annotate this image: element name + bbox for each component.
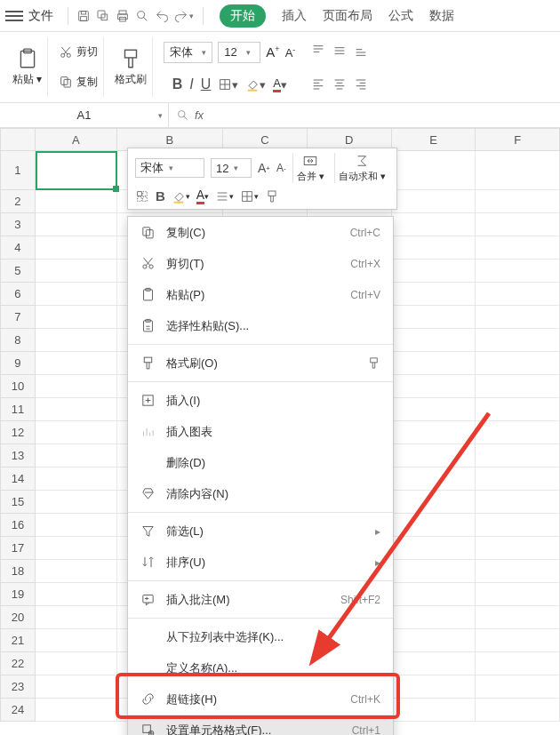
format-painter-button[interactable]: 格式刷 [115,47,147,87]
row-header[interactable]: 1 [0,151,36,190]
name-box[interactable]: A1▾ [0,103,169,128]
cell[interactable] [36,675,117,699]
ctx-from-dropdown[interactable]: 从下拉列表中选择(K)... [128,621,393,652]
fx-search-icon[interactable] [176,108,189,122]
row-header[interactable]: 23 [0,675,36,699]
cell[interactable] [392,583,476,606]
mini-merge-button[interactable]: 合并 ▾ [292,153,328,183]
cell[interactable] [476,213,560,236]
cell[interactable] [392,398,476,421]
ctx-paste-special[interactable]: 选择性粘贴(S)... [128,310,393,341]
cell[interactable] [476,421,560,444]
print-icon[interactable] [113,6,132,26]
cell[interactable] [476,190,560,213]
mini-font-size[interactable]: 12▾ [211,158,252,178]
cell[interactable] [476,675,560,699]
cell[interactable] [476,260,560,283]
cell[interactable] [36,352,117,375]
cell[interactable] [36,583,117,606]
cell[interactable] [392,606,476,629]
bold-button[interactable]: B [172,76,183,92]
cell[interactable] [392,629,476,652]
cell[interactable] [36,151,117,190]
row-header[interactable]: 22 [0,652,36,675]
tab-insert[interactable]: 插入 [282,8,307,24]
cell[interactable] [476,467,560,491]
cell[interactable] [476,491,560,514]
cell[interactable] [392,151,476,190]
cell[interactable] [476,606,560,629]
cell[interactable] [476,236,560,260]
cell[interactable] [476,375,560,398]
cell[interactable] [36,606,117,629]
cell[interactable] [392,699,476,722]
row-header[interactable]: 9 [0,352,36,375]
cell[interactable] [36,699,117,722]
cell[interactable] [476,514,560,537]
mini-font-family[interactable]: 宋体▾ [135,158,204,178]
mini-borders-button[interactable]: ▾ [240,189,259,204]
align-top-icon[interactable] [311,44,325,58]
cell[interactable] [36,537,117,560]
cell[interactable] [392,560,476,583]
cell[interactable] [392,236,476,260]
cell[interactable] [476,151,560,190]
cell[interactable] [392,260,476,283]
font-family-select[interactable]: 宋体▾ [164,42,212,63]
cell[interactable] [36,514,117,537]
align-right-icon[interactable] [354,76,368,91]
cell[interactable] [476,306,560,329]
mini-format-painter-icon[interactable] [265,189,279,204]
ctx-insert[interactable]: 插入(I) [128,385,393,416]
row-header[interactable]: 12 [0,421,36,444]
row-header[interactable]: 17 [0,537,36,560]
row-header[interactable]: 7 [0,306,36,329]
cell[interactable] [392,491,476,514]
borders-button[interactable]: ▾ [218,77,238,92]
cell[interactable] [392,190,476,213]
cell[interactable] [476,444,560,467]
mini-font-color-button[interactable]: A▾ [196,188,209,204]
cell[interactable] [392,444,476,467]
save-as-icon[interactable] [93,6,113,26]
ctx-filter[interactable]: 筛选(L)▸ [128,515,393,547]
cell[interactable] [392,514,476,537]
cell[interactable] [476,329,560,352]
cell[interactable] [392,375,476,398]
mini-autosum-button[interactable]: 自动求和 ▾ [334,153,389,183]
cell[interactable] [392,675,476,699]
tab-data[interactable]: 数据 [429,8,454,24]
tab-formula[interactable]: 公式 [388,8,413,24]
cell[interactable] [392,213,476,236]
cell[interactable] [392,283,476,306]
ctx-format-cells[interactable]: 设置单元格格式(F)...Ctrl+1 [128,715,393,735]
mini-fill-color-button[interactable]: ▾ [172,189,190,204]
row-header[interactable]: 14 [0,467,36,491]
align-center-icon[interactable] [332,76,347,91]
row-header[interactable]: 6 [0,283,36,306]
row-header[interactable]: 21 [0,629,36,652]
italic-button[interactable]: I [189,76,193,92]
ctx-clear[interactable]: 清除内容(N) [128,478,393,509]
row-header[interactable]: 10 [0,375,36,398]
mini-select-icon[interactable] [135,189,149,204]
row-header[interactable]: 18 [0,560,36,583]
ctx-delete[interactable]: 删除(D) [128,447,393,478]
ctx-format-painter[interactable]: 格式刷(O) [128,348,393,379]
cell[interactable] [36,629,117,652]
redo-icon[interactable] [172,6,191,26]
cell[interactable] [392,421,476,444]
font-color-button[interactable]: A▾ [273,76,287,92]
row-header[interactable]: 4 [0,236,36,260]
cell[interactable] [392,652,476,675]
save-icon[interactable] [74,6,93,26]
menu-file[interactable]: 文件 [28,8,53,24]
menu-burger-icon[interactable] [5,11,23,21]
cell[interactable] [392,306,476,329]
cell[interactable] [392,329,476,352]
cell[interactable] [36,652,117,675]
print-preview-icon[interactable] [132,6,152,26]
cell[interactable] [476,537,560,560]
cell[interactable] [476,583,560,606]
cell[interactable] [36,213,117,236]
